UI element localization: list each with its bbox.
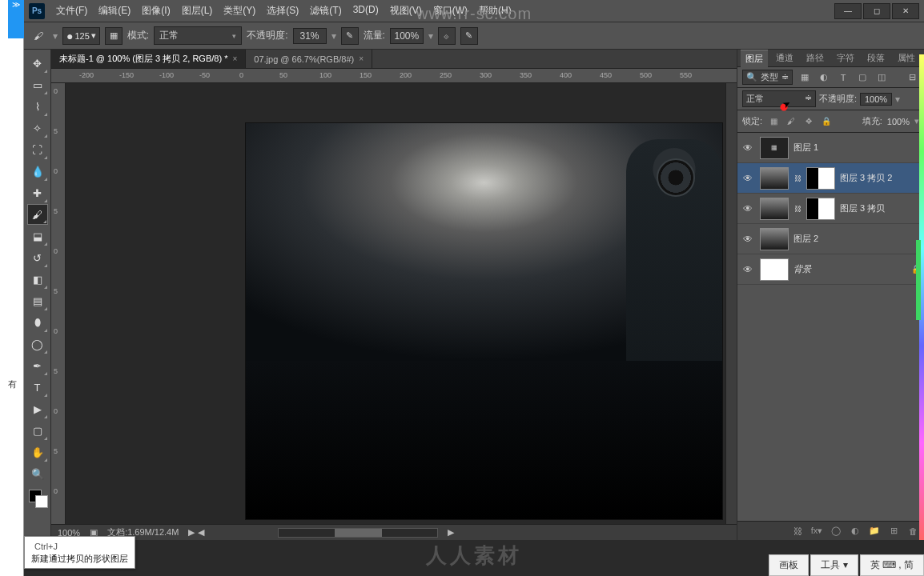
eraser-tool-icon[interactable]: ◧	[27, 269, 48, 290]
tab-layers[interactable]: 图层	[741, 50, 768, 67]
layer-name[interactable]: 图层 1	[793, 142, 818, 154]
menu-file[interactable]: 文件(F)	[51, 1, 92, 21]
type-tool-icon[interactable]: T	[27, 377, 48, 398]
filter-type-icon[interactable]: T	[836, 70, 850, 85]
layer-row[interactable]: 👁 图层 2	[737, 224, 924, 254]
status-arrow-left-icon[interactable]: ◀	[198, 527, 204, 538]
layer-row[interactable]: 👁 ⛓ 图层 3 拷贝	[737, 194, 924, 224]
filter-pixel-icon[interactable]: ▦	[797, 70, 812, 85]
brush-panel-toggle-icon[interactable]: ▦	[105, 27, 123, 45]
stamp-tool-icon[interactable]: ⬓	[27, 226, 48, 246]
lock-position-icon[interactable]: ✥	[802, 115, 815, 128]
link-icon[interactable]: ⛓	[793, 167, 801, 190]
zoom-tool-icon[interactable]: 🔍	[27, 463, 48, 484]
brush-size-input[interactable]: ●125▾	[62, 27, 100, 45]
taskbar-ime-button[interactable]: 英 ⌨ , 简	[860, 554, 924, 576]
lasso-tool-icon[interactable]: ⌇	[27, 96, 48, 117]
layer-row[interactable]: 👁 背景 🔒	[737, 254, 924, 285]
taskbar-tools-button[interactable]: 工具 ▾	[810, 554, 858, 576]
mask-icon[interactable]: ◯	[830, 526, 842, 536]
mask-thumb[interactable]	[806, 167, 835, 190]
dodge-tool-icon[interactable]: ◯	[27, 334, 48, 354]
filter-adjust-icon[interactable]: ◐	[817, 70, 831, 85]
tab-paragraph[interactable]: 段落	[862, 50, 890, 66]
blur-tool-icon[interactable]: ⬮	[27, 312, 48, 333]
fx-icon[interactable]: fx▾	[810, 526, 823, 536]
menu-select[interactable]: 选择(S)	[262, 1, 303, 21]
brush-tool-icon[interactable]: 🖌	[27, 204, 48, 225]
taskbar-artboard-button[interactable]: 画板	[769, 554, 809, 576]
menu-view[interactable]: 视图(V)	[385, 1, 427, 21]
layer-thumb[interactable]	[760, 258, 789, 281]
vertical-scrollbar[interactable]	[725, 83, 737, 524]
magic-wand-tool-icon[interactable]: ✧	[27, 118, 48, 138]
tab-channels[interactable]: 通道	[771, 50, 798, 66]
visibility-toggle-icon[interactable]: 👁	[741, 262, 755, 277]
visibility-toggle-icon[interactable]: 👁	[741, 202, 755, 216]
close-tab-icon[interactable]: ×	[232, 54, 237, 63]
status-arrow-right-icon[interactable]: ▶	[188, 527, 195, 538]
document-tab-1[interactable]: 未标题-1 @ 100% (图层 3 拷贝 2, RGB/8) *×	[51, 50, 246, 68]
layer-blend-dropdown[interactable]: 正常≑	[742, 90, 816, 107]
horizontal-scrollbar[interactable]	[278, 528, 438, 538]
move-tool-icon[interactable]: ✥	[27, 53, 48, 74]
menu-layer[interactable]: 图层(L)	[177, 1, 218, 21]
layer-thumb[interactable]	[760, 198, 789, 220]
tool-chevron-icon[interactable]: ▾	[53, 30, 58, 42]
menu-edit[interactable]: 编辑(E)	[94, 1, 135, 21]
link-layers-icon[interactable]: ⛓	[791, 526, 804, 536]
status-arrow-right2-icon[interactable]: ▶	[448, 527, 454, 538]
close-button[interactable]: ✕	[892, 3, 919, 19]
mask-thumb[interactable]	[806, 198, 835, 220]
menu-image[interactable]: 图像(I)	[137, 1, 175, 21]
layer-name[interactable]: 图层 3 拷贝	[840, 202, 885, 214]
vertical-ruler[interactable]: 05 05 05 05 05 0	[51, 83, 66, 524]
path-select-tool-icon[interactable]: ▶	[27, 398, 48, 419]
pressure-size-icon[interactable]: ✎	[460, 27, 478, 45]
link-icon[interactable]: ⛓	[793, 198, 801, 220]
menu-window[interactable]: 窗口(W)	[428, 1, 472, 21]
layer-row[interactable]: 👁 ▦ 图层 1	[737, 133, 924, 163]
heal-tool-icon[interactable]: ✚	[27, 182, 48, 203]
new-layer-icon[interactable]: ⊞	[887, 526, 900, 536]
filter-toggle-icon[interactable]: ⊟	[905, 70, 919, 85]
document-tab-2[interactable]: 07.jpg @ 66.7%(RGB/8#)×	[246, 50, 372, 68]
layer-name[interactable]: 图层 2	[793, 233, 818, 245]
layer-name[interactable]: 背景	[793, 263, 811, 275]
filter-shape-icon[interactable]: ▢	[855, 70, 870, 85]
flow-input[interactable]: 100%	[390, 28, 424, 44]
eyedropper-tool-icon[interactable]: 💧	[27, 161, 48, 182]
pen-tool-icon[interactable]: ✒	[27, 355, 48, 376]
brush-preset-icon[interactable]: 🖌	[29, 26, 48, 46]
tab-paths[interactable]: 路径	[801, 50, 829, 66]
layer-name[interactable]: 图层 3 拷贝 2	[840, 172, 892, 184]
gradient-tool-icon[interactable]: ▤	[27, 290, 48, 311]
maximize-button[interactable]: ◻	[863, 3, 890, 19]
menu-help[interactable]: 帮助(H)	[474, 1, 516, 21]
marquee-tool-icon[interactable]: ▭	[27, 74, 48, 95]
canvas[interactable]	[66, 83, 725, 524]
horizontal-ruler[interactable]: -200-150 -100-50 050 100150 200250 30035…	[51, 69, 737, 83]
layer-thumb[interactable]: ▦	[760, 137, 789, 159]
folder-icon[interactable]: 📁	[868, 526, 881, 536]
layer-row[interactable]: 👁 ⛓ 图层 3 拷贝 2	[737, 163, 924, 194]
hand-tool-icon[interactable]: ✋	[27, 442, 48, 462]
trash-icon[interactable]: 🗑	[906, 526, 919, 536]
visibility-toggle-icon[interactable]: 👁	[741, 141, 755, 155]
layer-thumb[interactable]	[760, 228, 789, 250]
blend-mode-dropdown[interactable]: 正常	[154, 26, 242, 45]
menu-type[interactable]: 类型(Y)	[219, 1, 260, 21]
layer-thumb[interactable]	[760, 167, 789, 190]
lock-transparent-icon[interactable]: ▦	[767, 115, 780, 128]
lock-all-icon[interactable]: 🔒	[820, 115, 833, 128]
layer-filter-dropdown[interactable]: 🔍类型 ≑	[742, 70, 793, 85]
filter-smart-icon[interactable]: ◫	[874, 70, 889, 85]
close-tab-icon[interactable]: ×	[359, 54, 364, 63]
history-brush-tool-icon[interactable]: ↺	[27, 247, 48, 268]
tab-attributes[interactable]: 属性	[893, 50, 920, 66]
layer-opacity-input[interactable]: 100%	[860, 93, 892, 106]
visibility-toggle-icon[interactable]: 👁	[741, 171, 755, 186]
shape-tool-icon[interactable]: ▢	[27, 420, 48, 441]
adjustment-icon[interactable]: ◐	[849, 526, 862, 536]
lock-pixels-icon[interactable]: 🖌	[785, 115, 797, 128]
